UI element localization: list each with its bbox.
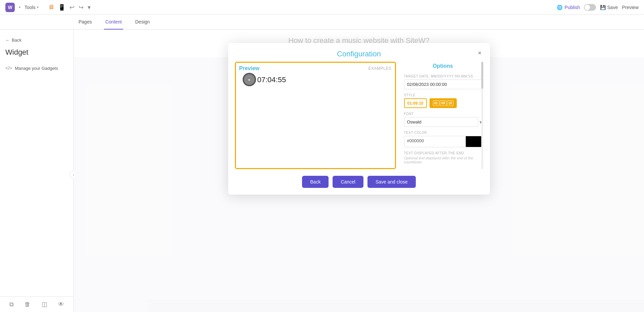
save-button[interactable]: 💾 Save [600,5,618,10]
after-end-label: TEXT DISPLAYED AFTER THE END [404,151,482,155]
style-button-blocks[interactable]: 01 09 10 [430,98,457,108]
logo-caret[interactable]: ▾ [19,5,20,9]
main-layout: ← Back Widget </> Manage your Gadgets ‹ … [0,30,644,312]
color-value-text[interactable]: #000000 [404,136,466,147]
modal-body: Preview EXAMPLES ● 07:04:55 Options [228,62,490,176]
save-label: Save [607,5,618,10]
main-content: How to create a music website with SiteW… [74,30,644,312]
preview-button[interactable]: Preview [622,5,639,10]
sidebar: ← Back Widget </> Manage your Gadgets ‹ … [0,30,74,312]
manage-gadgets-label: Manage your Gadgets [15,66,58,71]
scrollbar-track[interactable] [481,62,483,169]
topbar-icons: 🖥 📱 ↩ ↪ ▾ [48,4,91,11]
tools-menu[interactable]: Tools ▾ [24,5,39,10]
tab-content-label: Content [105,19,122,24]
color-swatch[interactable] [466,136,482,147]
preview-label: Preview [239,65,259,71]
after-end-hint: Optional text displayed after the end of… [404,156,482,164]
publish-button[interactable]: 🌐 Publish [557,5,580,10]
mobile-icon[interactable]: 📱 [58,4,65,11]
modal-overlay: Configuration × Preview EXAMPLES ● [74,30,644,312]
code-icon: </> [5,65,12,71]
style-label: STYLE [404,93,482,97]
subnav: Pages Content Design [0,15,644,30]
font-label: FONT [404,112,482,116]
tab-design-label: Design [135,19,150,24]
preview-area: Preview EXAMPLES ● 07:04:55 [235,62,396,169]
toggle-knob [585,5,590,10]
style-seg-1: 01 [433,100,439,106]
back-arrow-icon: ← [5,38,10,43]
logo-letter: W [8,5,12,10]
text-color-label: TEXT COLOR [404,131,482,135]
topbar-right: 🌐 Publish 💾 Save Preview [557,4,639,11]
back-button[interactable]: ← Back [0,35,73,45]
toggle-switch[interactable] [584,4,596,11]
options-title: Options [404,62,482,69]
tab-pages[interactable]: Pages [77,15,93,30]
sidebar-title: Widget [0,45,73,62]
delete-icon[interactable]: 🗑 [24,301,31,308]
target-date-input[interactable] [404,80,482,89]
tools-caret: ▾ [37,5,39,9]
back-label: Back [12,38,21,43]
save-icon: 💾 [600,5,606,10]
publish-icon: 🌐 [557,5,562,10]
cancel-button[interactable]: Cancel [333,176,363,188]
style-options: 01:09:10 01 09 10 [404,98,482,108]
clock-icon: ● [243,73,256,86]
color-row: #000000 [404,136,482,147]
style-button-text[interactable]: 01:09:10 [404,98,427,108]
preview-label-bar: Preview EXAMPLES [236,63,395,74]
undo-icon[interactable]: ↩ [69,4,75,11]
tools-label: Tools [24,5,36,10]
sidebar-item-manage-gadgets[interactable]: </> Manage your Gadgets [0,62,73,74]
configuration-modal: Configuration × Preview EXAMPLES ● [228,43,490,195]
site-logo[interactable]: W [5,3,15,12]
save-and-close-button[interactable]: Save and close [367,176,416,188]
sidebar-bottom-actions: ⧉ 🗑 ◫ 👁 [0,296,73,312]
redo-icon[interactable]: ↪ [79,4,84,11]
examples-label: EXAMPLES [368,66,392,71]
preview-time-display: 07:04:55 [257,75,286,84]
clock-dot: ● [248,78,250,82]
modal-close-button[interactable]: × [475,48,485,58]
copy-icon[interactable]: ⧉ [9,301,14,308]
back-button-modal[interactable]: Back [302,176,329,188]
target-date-label: TARGET DATE: MM/DD/YYYY HH:MM:SS [404,74,482,78]
layers-icon[interactable]: ◫ [42,301,47,308]
more-icon[interactable]: ▾ [88,4,91,11]
tab-design[interactable]: Design [134,15,151,30]
font-select-wrap: Oswald Arial Georgia Roboto ▾ [404,117,482,127]
scrollbar-thumb [481,62,483,89]
topbar: W ▾ Tools ▾ 🖥 📱 ↩ ↪ ▾ 🌐 Publish 💾 Save P… [0,0,644,15]
modal-header: Configuration [228,43,490,62]
style-seg-3: 10 [447,100,453,106]
style-seg-2: 09 [440,100,446,106]
publish-label: Publish [564,5,580,10]
options-panel: Options TARGET DATE: MM/DD/YYYY HH:MM:SS… [403,62,483,169]
visibility-icon[interactable]: 👁 [58,301,64,308]
tab-content[interactable]: Content [104,15,123,30]
desktop-icon[interactable]: 🖥 [48,4,54,11]
modal-title: Configuration [337,50,381,58]
font-select[interactable]: Oswald Arial Georgia Roboto [404,117,478,127]
modal-footer: Back Cancel Save and close [228,176,490,195]
clock-inner: ● [244,74,255,85]
tab-pages-label: Pages [79,19,92,24]
